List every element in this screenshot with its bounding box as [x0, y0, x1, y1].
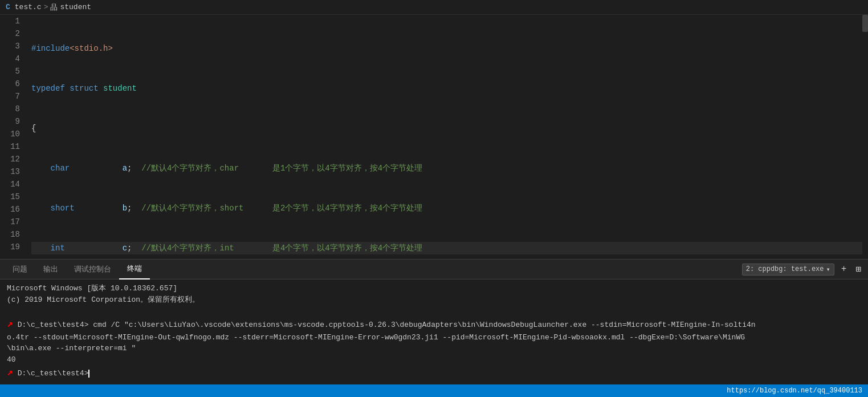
terminal-line-6: \bin\a.exe --interpreter=mi " — [7, 343, 861, 354]
terminal-line-7: 40 — [7, 354, 861, 366]
chevron-down-icon: ▾ — [826, 265, 830, 274]
code-line: { — [31, 122, 862, 135]
tab-problems[interactable]: 问题 — [5, 260, 35, 279]
terminal-line-5: o.4tr --stdout=Microsoft-MIEngine-Out-qw… — [7, 332, 861, 343]
code-line: short b; //默认4个字节对齐，short 是2个字节，以4字节对齐，按… — [31, 202, 862, 214]
code-line: typedef struct student — [31, 82, 862, 95]
terminal-controls: 2: cppdbg: test.exe ▾ + ⊞ — [742, 264, 863, 276]
terminal-add-button[interactable]: + — [839, 264, 849, 274]
terminal-dropdown[interactable]: 2: cppdbg: test.exe ▾ — [742, 264, 834, 276]
editor: 1 2 3 4 5 6 7 8 9 10 11 12 13 14 15 16 1… — [0, 15, 868, 259]
status-url[interactable]: https://blog.csdn.net/qq_39400113 — [727, 387, 862, 395]
scrollbar-thumb[interactable] — [862, 15, 868, 32]
terminal-content[interactable]: Microsoft Windows [版本 10.0.18362.657] (c… — [0, 279, 868, 384]
terminal-split-button[interactable]: ⊞ — [853, 264, 863, 275]
terminal-panel: 问题 输出 调试控制台 终端 2: cppdbg: test.exe ▾ + ⊞… — [0, 259, 868, 384]
code-area: 1 2 3 4 5 6 7 8 9 10 11 12 13 14 15 16 1… — [0, 15, 868, 259]
terminal-cursor — [88, 370, 89, 378]
terminal-line-4: ↗ D:\c_test\test4> cmd /C "c:\Users\LiuY… — [7, 317, 861, 332]
breadcrumb: C test.c > 品 student — [0, 0, 868, 15]
terminal-line-2: (c) 2019 Microsoft Corporation。保留所有权利。 — [7, 294, 861, 306]
code-line: int c; //默认4个字节对齐，int 是4个字节，以4字节对齐，按4个字节… — [31, 242, 862, 254]
tab-output[interactable]: 输出 — [35, 260, 66, 279]
code-line: #include<stdio.h> — [31, 42, 862, 55]
breadcrumb-sep: > — [44, 3, 48, 11]
tab-terminal[interactable]: 终端 — [119, 260, 150, 279]
breadcrumb-symbol-icon: 品 — [50, 2, 58, 13]
red-arrow-1: ↗ — [7, 318, 13, 330]
terminal-line-1: Microsoft Windows [版本 10.0.18362.657] — [7, 283, 861, 294]
breadcrumb-file[interactable]: test.c — [15, 3, 42, 11]
tab-debug-console[interactable]: 调试控制台 — [66, 260, 119, 279]
breadcrumb-symbol: student — [60, 3, 91, 11]
code-content[interactable]: #include<stdio.h> typedef struct student… — [26, 15, 862, 259]
terminal-dropdown-label: 2: cppdbg: test.exe — [746, 265, 824, 273]
line-numbers: 1 2 3 4 5 6 7 8 9 10 11 12 13 14 15 16 1… — [0, 15, 26, 259]
terminal-tabs: 问题 输出 调试控制台 终端 2: cppdbg: test.exe ▾ + ⊞ — [0, 260, 868, 279]
terminal-line-3 — [7, 305, 861, 317]
vertical-scrollbar[interactable] — [862, 15, 868, 259]
code-line: char a; //默认4个字节对齐，char 是1个字节，以4字节对齐，按4个… — [31, 162, 862, 175]
terminal-line-8: ↗ D:\c_test\test4> — [7, 365, 861, 380]
red-arrow-2: ↗ — [7, 367, 13, 378]
status-bar: https://blog.csdn.net/qq_39400113 — [0, 384, 868, 397]
lang-icon: C — [6, 3, 10, 11]
